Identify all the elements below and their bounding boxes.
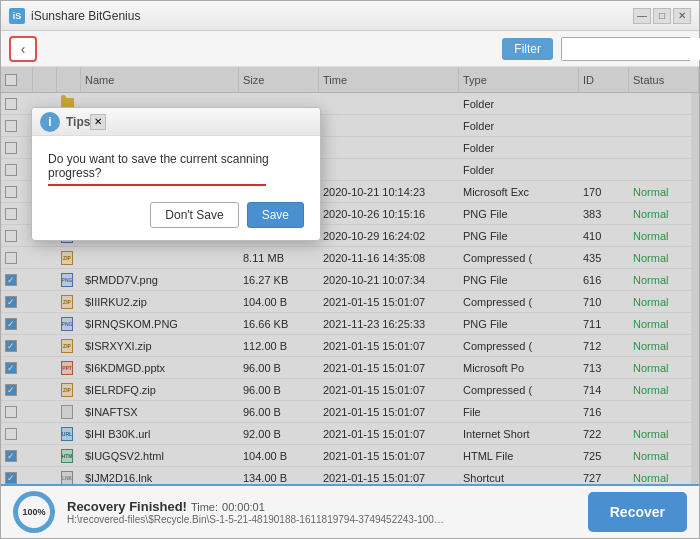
dialog-overlay: i Tips ✕ Do you want to save the current… [1,67,699,484]
save-dialog: i Tips ✕ Do you want to save the current… [31,107,321,241]
time-label: Time: [191,501,218,513]
main-window: iS iSunshare BitGenius — □ ✕ ‹ Filter 🔍 … [0,0,700,539]
search-box: 🔍 [561,37,691,61]
tips-icon: i [40,112,60,132]
save-button[interactable]: Save [247,202,304,228]
time-value: 00:00:01 [222,501,265,513]
back-button[interactable]: ‹ [9,36,37,62]
dialog-title-content: i Tips [40,112,90,132]
recovery-path: H:\recovered-files\$Recycle.Bin\S-1-5-21… [67,514,447,525]
dialog-title-bar: i Tips ✕ [32,108,320,136]
dialog-message: Do you want to save the current scanning… [48,152,304,180]
title-bar: iS iSunshare BitGenius — □ ✕ [1,1,699,31]
recovery-info: Recovery Finished! Time: 00:00:01 H:\rec… [67,499,576,525]
search-input[interactable] [562,38,700,60]
app-icon: iS [9,8,25,24]
dialog-underline [48,184,266,186]
restore-button[interactable]: □ [653,8,671,24]
dont-save-button[interactable]: Don't Save [150,202,238,228]
minimize-button[interactable]: — [633,8,651,24]
dialog-body: Do you want to save the current scanning… [32,136,320,240]
content-area: Name Size Time Type ID Status Folder [1,67,699,484]
dialog-buttons: Don't Save Save [48,202,304,228]
close-button[interactable]: ✕ [673,8,691,24]
recover-button[interactable]: Recover [588,492,687,532]
window-controls: — □ ✕ [633,8,691,24]
recovery-title: Recovery Finished! [67,499,187,514]
window-title: iSunshare BitGenius [31,9,633,23]
progress-circle: 100% [13,491,55,533]
progress-value: 100% [18,496,50,528]
bottom-bar: 100% Recovery Finished! Time: 00:00:01 H… [1,484,699,538]
dialog-title-text: Tips [66,115,90,129]
toolbar: ‹ Filter 🔍 [1,31,699,67]
dialog-close-button[interactable]: ✕ [90,114,106,130]
filter-button[interactable]: Filter [502,38,553,60]
